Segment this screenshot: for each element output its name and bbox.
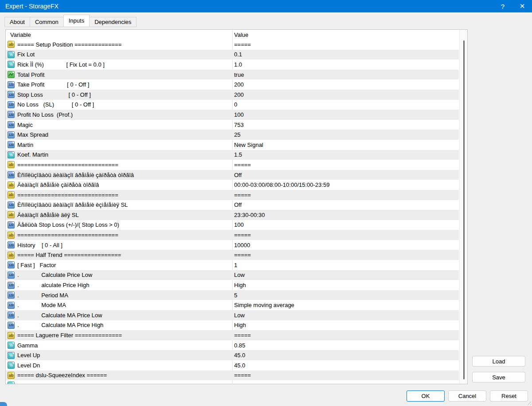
variable-label: ============================== (17, 162, 118, 168)
table-row[interactable]: 123. Mode MASimple moving average (6, 300, 459, 310)
table-row[interactable]: 123Èñïîëüçîâàòü äèàïàçîí âðåìåíè èçìåíåí… (6, 200, 459, 210)
table-row[interactable]: 123Max Spread25 (6, 130, 459, 140)
double-icon: ½ (8, 151, 15, 158)
table-row[interactable]: 123Stop Loss [ 0 - Off ]200 (6, 90, 459, 100)
value-cell[interactable]: 10000 (234, 242, 250, 248)
value-cell[interactable]: 45.0 (234, 362, 245, 369)
variable-label: ===== Half Trend ================= (17, 252, 121, 258)
value-cell[interactable]: 200 (234, 81, 244, 88)
table-row[interactable]: 123MartinNew Signal (6, 140, 459, 150)
reset-button[interactable]: Reset (490, 390, 528, 402)
table-row[interactable]: ½Level Up45.0 (6, 350, 459, 360)
table-rows: ab===== Setup Position =================… (6, 39, 459, 384)
tab-dependencies[interactable]: Dependencies (90, 17, 137, 27)
table-row[interactable]: 123. Calculate MA Price LowLow (6, 310, 459, 320)
value-cell[interactable]: 100 (234, 111, 244, 118)
table-row[interactable]: ab===== Half Trend =====================… (6, 250, 459, 260)
value-cell[interactable]: 0 (234, 101, 237, 108)
table-row[interactable]: 123Take Profit [ 0 - Off ]200 (6, 79, 459, 90)
value-cell[interactable]: 45.0 (234, 352, 245, 359)
table-row[interactable]: ½Level Dn45.0 (6, 360, 459, 371)
value-cell[interactable]: 1.0 (234, 61, 242, 68)
value-cell[interactable]: 25 (234, 131, 240, 138)
value-cell[interactable]: 1 (234, 262, 237, 268)
table-row[interactable]: abÄèàïàçîí âðåìåíè äëÿ SL23:30-00:30 (6, 210, 459, 220)
table-row[interactable]: 123[ Fast ] Factor1 (6, 260, 459, 270)
titlebar[interactable]: Expert - StorageFX ? ✕ (0, 0, 532, 12)
table-row[interactable]: abÄèàïàçîí âðåìåíè çàïðåòà òîðãîâ00:00-0… (6, 180, 459, 190)
background-artifact (0, 402, 7, 406)
value-cell[interactable]: High (234, 282, 246, 288)
table-row[interactable]: 123History [ 0 - All ]10000 (6, 240, 459, 250)
value-cell[interactable]: ===== (234, 232, 251, 238)
tab-common[interactable]: Common (30, 17, 63, 27)
table-row[interactable]: ½Fix Lot0.1 (6, 50, 459, 60)
table-row[interactable]: 123Äåëüòà Stop Loss (+/-)/( Stop Loss > … (6, 220, 459, 230)
table-row[interactable]: 123Èñïîëüçîâàòü äèàïàçîí âðåìåíè çàïðåòà… (6, 170, 459, 180)
integer-icon: 123 (8, 311, 15, 319)
variable-label: Level Up (17, 352, 40, 359)
value-cell[interactable]: 0.85 (234, 342, 245, 349)
table-row[interactable]: ½Rick ÌÌ (%) [ Fix Lot = 0.0 ]1.0 (6, 59, 459, 70)
value-cell[interactable]: 753 (234, 122, 244, 128)
tab-inputs[interactable]: Inputs (63, 15, 90, 27)
help-button[interactable]: ? (493, 0, 512, 12)
value-cell[interactable]: Off (234, 201, 242, 208)
value-cell[interactable]: New Signal (234, 142, 263, 148)
string-icon: ab (8, 232, 15, 239)
tab-bar: About Common Inputs Dependencies (4, 16, 137, 27)
vertical-scrollbar[interactable] (459, 30, 467, 384)
variable-label: Take Profit [ 0 - Off ] (17, 81, 89, 88)
close-button[interactable]: ✕ (512, 0, 532, 12)
variable-label: No Loss (SL) [ 0 - Off ] (17, 101, 94, 108)
expert-properties-dialog: Expert - StorageFX ? ✕ About Common Inpu… (0, 0, 532, 406)
table-row[interactable]: ab===== Laguerre Filter ================… (6, 330, 459, 340)
table-row[interactable]: 123. Calculate Price LowLow (6, 270, 459, 280)
integer-icon: 123 (8, 322, 15, 329)
load-button[interactable]: Load (472, 356, 525, 367)
table-row[interactable]: 123. Period MA5 (6, 290, 459, 300)
ok-button[interactable]: OK (407, 390, 445, 402)
tab-about[interactable]: About (4, 17, 30, 27)
cancel-button[interactable]: Cancel (448, 390, 486, 402)
value-cell[interactable]: ===== (234, 372, 251, 378)
variable-label: . Calculate MA Price High (17, 322, 103, 328)
table-row[interactable]: Total Profittrue (6, 70, 459, 80)
value-cell[interactable]: Simple moving average (234, 302, 294, 308)
value-cell[interactable]: 5 (234, 292, 237, 299)
value-cell[interactable]: ===== (234, 252, 251, 258)
value-cell[interactable]: Low (234, 312, 245, 319)
value-cell[interactable]: true (234, 71, 244, 78)
value-cell[interactable]: ===== (234, 162, 251, 168)
table-row[interactable]: 123No Loss (SL) [ 0 - Off ]0 (6, 100, 459, 110)
value-cell[interactable]: 0.1 (234, 51, 242, 58)
table-row[interactable]: 123. Calculate MA Price HighHigh (6, 320, 459, 331)
table-row[interactable]: ab===== dslu-SqueezeIndex =========== (6, 371, 459, 381)
table-row[interactable]: 123Magic753 (6, 120, 459, 130)
value-cell[interactable]: 100 (234, 221, 244, 228)
table-row[interactable]: 123. alculate Price HighHigh (6, 280, 459, 290)
save-button[interactable]: Save (472, 372, 525, 382)
table-row[interactable]: ½Koef. Martin1.5 (6, 150, 459, 160)
value-cell[interactable]: 23:30-00:30 (234, 212, 265, 218)
value-cell[interactable]: Low (234, 272, 245, 278)
value-cell[interactable]: 200 (234, 91, 244, 98)
value-cell[interactable]: High (234, 322, 246, 328)
table-row[interactable]: ab=================================== (6, 230, 459, 240)
string-icon: ab (8, 211, 15, 218)
variable-label: Èñïîëüçîâàòü äèàïàçîí âðåìåíè çàïðåòà òî… (17, 172, 134, 178)
value-cell[interactable]: ===== (234, 332, 251, 339)
value-cell[interactable]: ===== (234, 41, 251, 48)
table-row[interactable]: ½Gamma0.85 (6, 340, 459, 351)
value-cell[interactable]: Off (234, 172, 242, 178)
value-cell[interactable]: 1.5 (234, 151, 242, 158)
table-row[interactable]: ab=================================== (6, 190, 459, 200)
table-row[interactable]: ab=================================== (6, 160, 459, 170)
table-row[interactable]: ab===== Setup Position =================… (6, 39, 459, 50)
scrollbar-thumb[interactable] (463, 40, 465, 379)
double-icon: ½ (8, 61, 15, 68)
value-cell[interactable]: 00:00-03:00/08:00-10:00/15:00-23:59 (234, 181, 329, 188)
value-cell[interactable]: ===== (234, 192, 251, 198)
table-row[interactable]: 123Profit No Loss (Prof.)100 (6, 110, 459, 120)
table-row[interactable]: ½ (6, 380, 459, 384)
